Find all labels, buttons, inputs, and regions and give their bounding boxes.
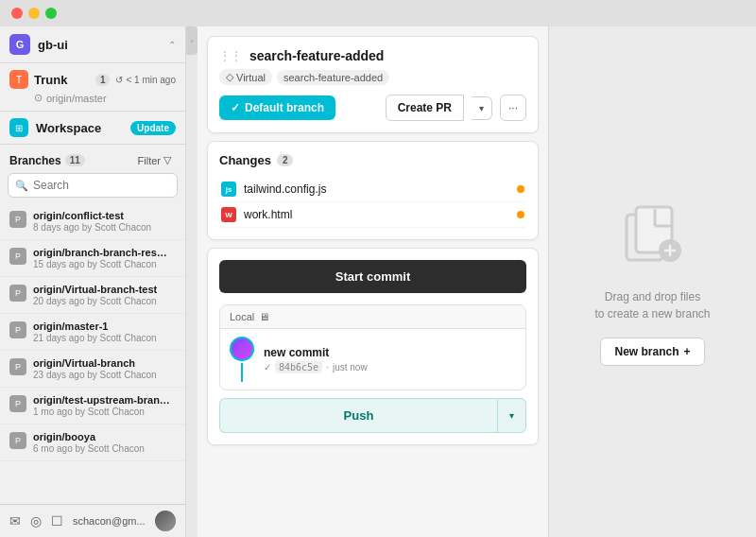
maximize-button[interactable] <box>45 8 57 19</box>
push-button[interactable]: Push <box>219 398 497 433</box>
list-item[interactable]: P origin/booya 6 mo ago by Scott Chacon <box>0 424 185 461</box>
changes-count-badge: 2 <box>277 154 294 166</box>
title-bar <box>0 0 756 26</box>
branch-card-name: search-feature-added <box>249 48 384 63</box>
drop-zone-icon <box>615 198 691 273</box>
search-box: 🔍 <box>8 173 178 198</box>
more-options-button[interactable]: ··· <box>500 95 526 121</box>
trunk-name: Trunk <box>34 73 90 87</box>
right-panel: Drag and drop filesto create a new branc… <box>548 26 756 537</box>
branch-name-tag: search-feature-added <box>277 70 389 85</box>
branch-card: ⋮⋮ search-feature-added ◇ Virtual search… <box>207 36 539 133</box>
list-item[interactable]: P origin/branch-branch-resource... 15 da… <box>0 240 185 277</box>
minimize-button[interactable] <box>28 8 40 19</box>
computer-icon: 🖥 <box>259 311 269 322</box>
new-branch-button[interactable]: New branch + <box>600 338 704 366</box>
virtual-tag-icon: ◇ <box>226 71 233 83</box>
repo-icon: G <box>9 34 30 55</box>
drag-handle-icon: ⋮⋮ <box>219 49 242 62</box>
local-label: Local <box>230 311 254 322</box>
check-circle-icon: ✓ <box>264 362 271 372</box>
create-pr-button[interactable]: Create PR <box>386 95 464 121</box>
branch-list-meta: 1 mo ago by Scott Chacon <box>33 407 176 417</box>
branch-list-meta: 8 days ago by Scott Chacon <box>33 222 176 233</box>
commit-avatar <box>230 337 254 361</box>
trunk-badge: 1 <box>95 74 111 86</box>
check-icon: ✓ <box>231 101 240 114</box>
repo-name: gb-ui <box>38 38 161 52</box>
workspace-item[interactable]: ⊞ Workspace Update <box>0 112 185 145</box>
list-item[interactable]: P origin/conflict-test 8 days ago by Sco… <box>0 203 185 240</box>
close-button[interactable] <box>11 8 23 19</box>
center-panel: ⋮⋮ search-feature-added ◇ Virtual search… <box>198 26 548 537</box>
default-branch-button[interactable]: ✓ Default branch <box>219 95 335 120</box>
changes-title: Changes <box>219 153 271 167</box>
trunk-time: ↺ < 1 min ago <box>115 75 176 85</box>
file-changed-dot-1 <box>517 185 524 193</box>
branch-list-icon: P <box>9 211 26 228</box>
push-btn-wrap: Push ▾ <box>219 398 526 433</box>
push-chevron-icon: ▾ <box>509 410 514 421</box>
start-commit-button[interactable]: Start commit <box>219 260 526 293</box>
trunk-item[interactable]: T Trunk 1 ↺ < 1 min ago ⊙ origin/master <box>0 63 185 112</box>
file-name-1: tailwind.config.js <box>244 182 509 196</box>
commit-time: just now <box>333 362 368 372</box>
branch-list-name: origin/Virtual-branch-test <box>33 284 170 295</box>
avatar[interactable] <box>155 511 176 531</box>
mail-icon[interactable]: ✉ <box>9 513 21 528</box>
drop-zone-text: Drag and drop filesto create a new branc… <box>594 288 710 322</box>
local-header: Local 🖥 <box>220 305 525 329</box>
file-changed-dot-2 <box>517 211 524 218</box>
branch-list-meta: 15 days ago by Scott Chacon <box>33 259 176 269</box>
create-pr-dropdown[interactable]: ▾ <box>472 96 492 120</box>
commit-entry[interactable]: new commit ✓ 84b6c5e · just now <box>220 329 525 390</box>
list-item[interactable]: P origin/test-upstream-branch2 1 mo ago … <box>0 388 185 424</box>
bottom-bar: ✉ ◎ ☐ schacon@gm... <box>0 504 185 537</box>
commit-section: Start commit Local 🖥 new commit ✓ <box>207 248 539 445</box>
user-email: schacon@gm... <box>73 515 146 527</box>
push-dropdown-button[interactable]: ▾ <box>497 398 526 433</box>
branch-list-meta: 6 mo ago by Scott Chacon <box>33 443 176 454</box>
file-list: js tailwind.config.js W work.html <box>219 177 526 228</box>
branch-list-name: origin/master-1 <box>33 320 170 332</box>
branch-list-name: origin/conflict-test <box>33 210 170 221</box>
branch-list-meta: 23 days ago by Scott Chacon <box>33 370 176 380</box>
file-row-1[interactable]: js tailwind.config.js <box>219 177 526 202</box>
list-item[interactable]: P origin/Virtual-branch 23 days ago by S… <box>0 351 185 388</box>
commit-info: new commit ✓ 84b6c5e · just now <box>264 346 516 373</box>
plus-icon: + <box>684 345 691 358</box>
file-row-2[interactable]: W work.html <box>219 202 526 228</box>
origin-icon: ⊙ <box>34 92 43 104</box>
trunk-sub: ⊙ origin/master <box>34 92 176 104</box>
branch-list-name: origin/test-upstream-branch2 <box>33 394 170 406</box>
workspace-name: Workspace <box>36 121 123 135</box>
update-badge[interactable]: Update <box>130 121 176 135</box>
clock-icon: ↺ <box>115 75 123 85</box>
branch-list-name: origin/Virtual-branch <box>33 357 170 369</box>
branch-list-meta: 21 days ago by Scott Chacon <box>33 333 176 343</box>
collapse-handle[interactable]: › <box>186 26 198 55</box>
repo-chevron-icon: ⌃ <box>168 40 176 50</box>
branch-list-name: origin/booya <box>33 431 170 442</box>
branch-list-name: origin/branch-branch-resource... <box>33 247 170 258</box>
commit-message: new commit <box>264 346 516 359</box>
list-item[interactable]: P origin/Virtual-branch-test 20 days ago… <box>0 277 185 314</box>
sidebar: G gb-ui ⌃ T Trunk 1 ↺ < 1 min ago ⊙ orig… <box>0 26 186 537</box>
branch-list-icon: P <box>9 285 26 302</box>
filter-button[interactable]: Filter ▽ <box>133 152 176 168</box>
box-icon[interactable]: ☐ <box>51 513 63 528</box>
commit-dot-sep: · <box>326 362 329 372</box>
repo-selector[interactable]: G gb-ui ⌃ <box>0 26 185 63</box>
branch-list-icon: P <box>9 248 26 265</box>
search-input[interactable] <box>8 173 178 198</box>
push-section: Push ▾ <box>219 398 526 433</box>
circle-icon[interactable]: ◎ <box>30 513 42 528</box>
commit-meta: ✓ 84b6c5e · just now <box>264 361 516 373</box>
branch-list: P origin/conflict-test 8 days ago by Sco… <box>0 203 185 504</box>
commit-hash: 84b6c5e <box>275 361 322 373</box>
branch-list-meta: 20 days ago by Scott Chacon <box>33 296 176 306</box>
file-name-2: work.html <box>244 208 509 221</box>
trunk-icon: T <box>9 70 28 89</box>
list-item[interactable]: P origin/master-1 21 days ago by Scott C… <box>0 314 185 351</box>
branch-list-icon: P <box>9 358 26 375</box>
